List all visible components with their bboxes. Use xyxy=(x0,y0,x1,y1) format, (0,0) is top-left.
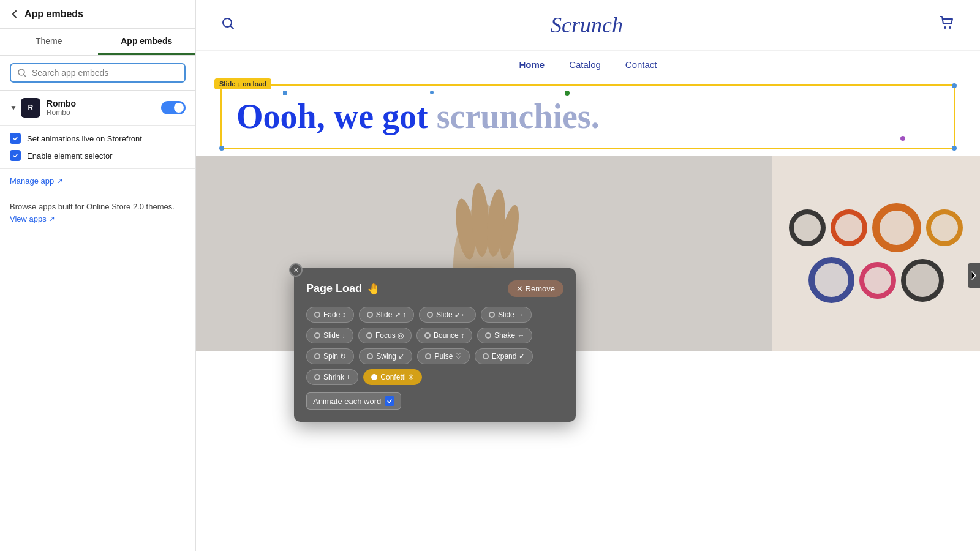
animation-modal: ✕ Page Load 🤚 ✕ Remove Fad xyxy=(294,268,576,422)
storefront-frame: Scrunch Home Catalog Contact xyxy=(196,0,980,551)
checkbox-set-animations: Set animations live on Storefront xyxy=(10,133,186,144)
anim-focus[interactable]: Focus ◎ xyxy=(358,328,412,343)
store-nav-right xyxy=(938,15,956,36)
anim-slide-up[interactable]: Slide ↗ ↑ xyxy=(359,307,414,323)
app-toggle[interactable] xyxy=(161,101,186,114)
animate-words-label[interactable]: Animate each word xyxy=(306,392,401,410)
app-embed-row: ▼ R Rombo Rombo xyxy=(0,91,195,126)
manage-app-link[interactable]: Manage app ↗ xyxy=(10,176,186,186)
anim-spin[interactable]: Spin ↻ xyxy=(306,348,354,364)
external-link-icon: ↗ xyxy=(56,176,63,186)
anim-radio-expand xyxy=(483,353,489,359)
scrunchie-3 xyxy=(872,203,921,252)
manage-link-section: Manage app ↗ xyxy=(0,169,195,193)
anim-slide-left[interactable]: Slide ↙← xyxy=(419,307,476,323)
checkbox-enable-selector: Enable element selector xyxy=(10,150,186,161)
tab-app-embeds[interactable]: App embeds xyxy=(98,29,196,55)
anim-shrink[interactable]: Shrink + xyxy=(306,369,358,385)
anim-radio-fade xyxy=(314,312,320,318)
svg-point-2 xyxy=(944,26,946,29)
dot-deco-3 xyxy=(565,91,570,96)
animate-words-row: Animate each word xyxy=(306,392,564,410)
store-search-icon[interactable] xyxy=(221,16,235,34)
scrunchies-visual xyxy=(772,191,980,315)
anim-radio-slide-left xyxy=(427,312,433,318)
dot-deco-4 xyxy=(900,136,905,141)
corner-dot-bl xyxy=(219,146,224,151)
resize-handle[interactable] xyxy=(968,263,980,288)
app-info: Rombo Rombo xyxy=(47,99,161,117)
dot-deco-1 xyxy=(283,91,287,95)
app-subtitle: Rombo xyxy=(47,108,161,117)
scrunchie-7 xyxy=(901,259,944,302)
search-input[interactable] xyxy=(32,68,178,78)
slide-label: Slide ↓ on load xyxy=(214,78,271,89)
app-icon: R xyxy=(21,98,40,118)
store-cart-icon[interactable] xyxy=(938,15,956,36)
search-icon xyxy=(17,68,27,78)
checkboxes-section: Set animations live on Storefront Enable… xyxy=(0,126,195,169)
nav-catalog[interactable]: Catalog xyxy=(569,59,601,70)
remove-button[interactable]: ✕ Remove xyxy=(508,280,564,297)
sidebar: App embeds Theme App embeds ▼ R Rombo Ro… xyxy=(0,0,196,551)
view-apps-link[interactable]: View apps ↗ xyxy=(10,214,55,223)
remove-x-icon: ✕ xyxy=(516,284,523,293)
scrunchie-1 xyxy=(789,209,826,246)
sidebar-header: App embeds xyxy=(0,0,195,29)
content-right xyxy=(772,156,980,351)
corner-dot-tr xyxy=(952,83,957,88)
hero-headline: Oooh, we got scrunchies. xyxy=(236,98,940,136)
modal-emoji: 🤚 xyxy=(367,282,380,296)
anim-confetti[interactable]: Confetti ✳ xyxy=(363,369,422,385)
store-links: Home Catalog Contact xyxy=(196,51,980,78)
animation-row-4: Shrink + Confetti ✳ xyxy=(306,369,564,385)
checkbox-label-enable-selector: Enable element selector xyxy=(27,151,112,160)
scrunchie-4 xyxy=(926,209,963,246)
anim-pulse[interactable]: Pulse ♡ xyxy=(417,348,469,364)
anim-expand[interactable]: Expand ✓ xyxy=(475,348,533,364)
dot-deco-2 xyxy=(430,91,434,94)
anim-shake[interactable]: Shake ↔ xyxy=(477,328,532,343)
checkbox-icon-set-animations[interactable] xyxy=(10,133,21,144)
anim-bounce[interactable]: Bounce ↕ xyxy=(417,328,472,343)
modal-title: Page Load 🤚 xyxy=(306,282,380,296)
anim-radio-spin xyxy=(314,353,320,359)
nav-contact[interactable]: Contact xyxy=(625,59,657,70)
anim-radio-bounce xyxy=(424,332,431,339)
anim-radio-slide-right xyxy=(489,312,495,318)
sidebar-title: App embeds xyxy=(24,9,83,20)
modal-close-btn[interactable]: ✕ xyxy=(289,263,303,277)
main-preview: Scrunch Home Catalog Contact xyxy=(196,0,980,551)
anim-swing[interactable]: Swing ↙ xyxy=(359,348,412,364)
svg-point-3 xyxy=(949,26,951,29)
hero-word-oooh: Oooh, we got xyxy=(236,97,437,135)
nav-home[interactable]: Home xyxy=(519,59,545,70)
modal-header: Page Load 🤚 ✕ Remove xyxy=(306,280,564,297)
anim-slide-down[interactable]: Slide ↓ xyxy=(306,328,353,343)
store-brand: Scrunch xyxy=(551,12,623,38)
search-box xyxy=(10,63,186,83)
anim-slide-right[interactable]: Slide → xyxy=(481,307,532,323)
back-button[interactable] xyxy=(10,9,20,19)
corner-dot-br xyxy=(952,146,957,151)
hero-text-box[interactable]: Slide ↓ on load Oooh, we got scrunchies. xyxy=(221,84,956,149)
anim-radio-shake xyxy=(485,332,491,339)
browse-text: Browse apps built for Online Store 2.0 t… xyxy=(10,201,186,225)
store-nav: Scrunch xyxy=(196,0,980,51)
hero-word-scrunchies: scrunchies. xyxy=(437,97,600,135)
store-nav-left xyxy=(221,16,235,34)
anim-fade[interactable]: Fade ↕ xyxy=(306,307,354,323)
anim-radio-focus xyxy=(366,332,372,339)
anim-radio-swing xyxy=(367,353,373,359)
anim-radio-pulse xyxy=(425,353,431,359)
animation-row-3: Spin ↻ Swing ↙ Pulse ♡ Expand ✓ xyxy=(306,348,564,364)
browse-section: Browse apps built for Online Store 2.0 t… xyxy=(0,193,195,232)
checkbox-icon-enable-selector[interactable] xyxy=(10,150,21,161)
animate-words-checkbox[interactable] xyxy=(385,396,394,406)
anim-radio-slide-up xyxy=(367,312,373,318)
caret-icon: ▼ xyxy=(10,103,17,112)
scrunchie-6 xyxy=(859,262,896,299)
checkbox-label-set-animations: Set animations live on Storefront xyxy=(27,134,142,143)
tab-theme[interactable]: Theme xyxy=(0,29,98,55)
scrunchie-5 xyxy=(809,257,854,303)
